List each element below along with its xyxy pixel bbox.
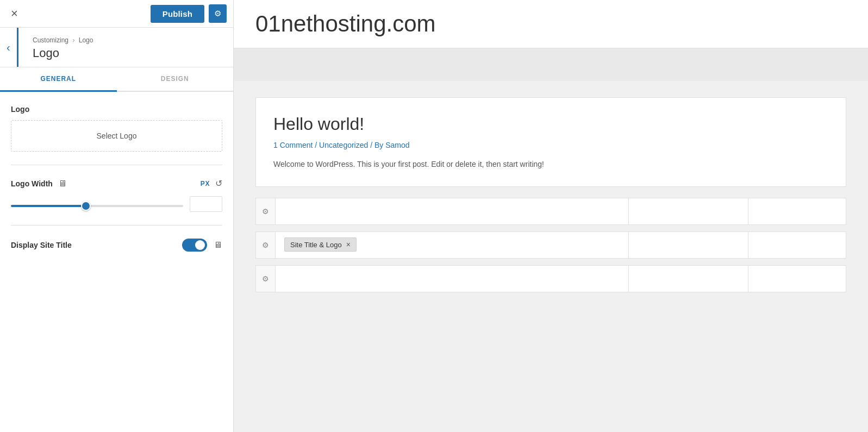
widget-badge-close[interactable]: ×	[346, 240, 351, 249]
publish-button[interactable]: Publish	[151, 5, 204, 23]
divider-2	[11, 225, 222, 226]
close-button[interactable]: ×	[7, 5, 22, 22]
widget-content-3	[276, 266, 628, 292]
widget-row-2: ⚙ Site Title & Logo ×	[255, 231, 846, 259]
site-title-bar: 01nethosting.com	[234, 0, 868, 48]
display-site-title-label: Display Site Title	[11, 241, 176, 249]
reset-icon[interactable]: ↺	[215, 178, 222, 189]
preview-content: Hello world! 1 Comment / Uncategorized /…	[234, 81, 868, 432]
widget-row-3: ⚙	[255, 265, 846, 292]
slider-row	[11, 196, 222, 212]
section-title: Logo	[33, 46, 222, 60]
settings-gear-button[interactable]: ⚙	[209, 4, 227, 23]
widget-badge: Site Title & Logo ×	[284, 237, 357, 252]
back-button[interactable]: ‹	[0, 28, 18, 67]
post-excerpt: Welcome to WordPress. This is your first…	[273, 158, 828, 170]
monitor-icon: 🖥	[58, 179, 67, 189]
top-bar: × Publish ⚙	[0, 0, 233, 28]
slider-container	[11, 199, 183, 209]
customizer-panel: × Publish ⚙ ‹ Customizing › Logo Logo GE…	[0, 0, 234, 432]
breadcrumb-current: Logo	[79, 36, 93, 44]
tabs-container: GENERAL DESIGN	[0, 67, 233, 92]
logo-width-slider[interactable]	[11, 205, 183, 207]
panel-content: Logo Select Logo Logo Width 🖥 PX ↺ Displ…	[0, 92, 233, 432]
widget-col-1	[628, 198, 748, 224]
tab-general[interactable]: GENERAL	[0, 67, 117, 92]
widget-col2-1	[748, 198, 846, 224]
preview-panel: 01nethosting.com Hello world! 1 Comment …	[234, 0, 868, 432]
preview-nav-area	[234, 48, 868, 81]
display-site-title-row: Display Site Title 🖥	[11, 239, 222, 252]
widget-col2-3	[748, 266, 846, 292]
monitor-icon-2: 🖥	[214, 240, 222, 250]
widget-col2-2	[748, 232, 846, 258]
display-site-title-toggle[interactable]	[182, 239, 207, 252]
unit-label: PX	[201, 180, 210, 187]
widget-badge-text: Site Title & Logo	[290, 241, 342, 249]
breadcrumb-separator: ›	[72, 36, 74, 44]
divider-1	[11, 165, 222, 165]
widget-content-1	[276, 198, 628, 224]
widget-gear-1[interactable]: ⚙	[256, 198, 276, 224]
tab-design[interactable]: DESIGN	[117, 67, 234, 92]
logo-width-label: Logo Width	[11, 179, 53, 188]
widget-row-1: ⚙	[255, 198, 846, 225]
widget-col-3	[628, 266, 748, 292]
logo-width-row: Logo Width 🖥 PX ↺	[11, 178, 222, 189]
widget-col-2	[628, 232, 748, 258]
logo-width-input[interactable]	[190, 196, 222, 212]
site-title: 01nethosting.com	[255, 11, 436, 36]
widget-gear-2[interactable]: ⚙	[256, 232, 276, 258]
select-logo-button[interactable]: Select Logo	[11, 120, 222, 152]
section-header: ‹ Customizing › Logo Logo	[0, 28, 233, 67]
breadcrumb: Customizing › Logo	[33, 36, 222, 44]
widget-gear-3[interactable]: ⚙	[256, 266, 276, 292]
logo-label: Logo	[11, 105, 222, 114]
breadcrumb-parent: Customizing	[33, 36, 68, 44]
post-card: Hello world! 1 Comment / Uncategorized /…	[255, 97, 846, 187]
post-title: Hello world!	[273, 114, 828, 134]
widget-content-2: Site Title & Logo ×	[276, 232, 628, 258]
post-meta: 1 Comment / Uncategorized / By Samod	[273, 141, 828, 149]
